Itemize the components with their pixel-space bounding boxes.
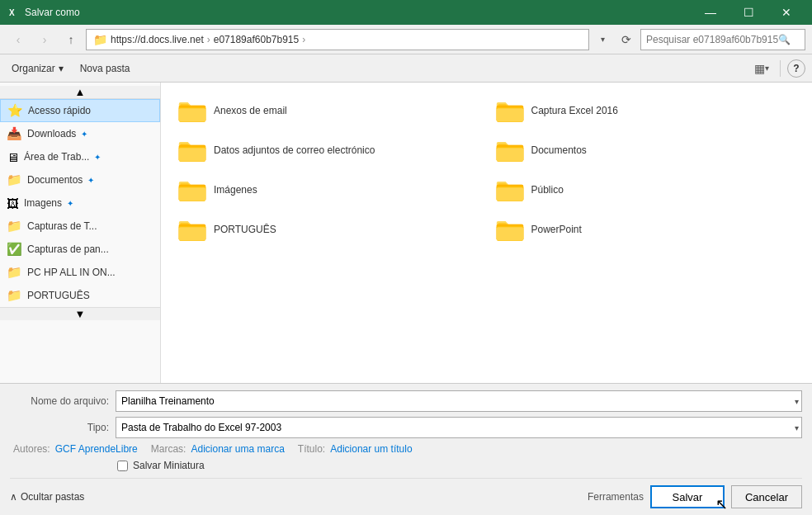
sidebar-item-downloads[interactable]: 📥 Downloads ✦ — [0, 122, 160, 145]
sidebar-icon-area-trabalho: 🖥 — [7, 150, 19, 164]
toolbar-separator — [780, 60, 781, 77]
hide-folders-icon: ∧ — [10, 491, 17, 503]
path-dropdown-button[interactable]: ▾ — [592, 29, 612, 50]
new-folder-label: Nova pasta — [80, 63, 130, 74]
organize-button[interactable]: Organizar ▾ — [7, 59, 68, 78]
folder-grid: Anexos de email Captura Excel 2016 Datos… — [168, 89, 805, 251]
folder-item-captura-excel[interactable]: Captura Excel 2016 — [489, 92, 803, 129]
sidebar-icon-capturas-t: 📁 — [7, 219, 22, 234]
authors-value[interactable]: GCF AprendeLibre — [55, 443, 138, 455]
address-path[interactable]: 📁 https://d.docs.live.net › e07189af60b7… — [86, 29, 589, 50]
new-folder-button[interactable]: Nova pasta — [75, 59, 135, 78]
folder-icon-powerpoint — [495, 216, 525, 243]
sidebar-item-area-trabalho[interactable]: 🖥 Área de Trab... ✦ — [0, 145, 160, 168]
authors-group: Autores: GCF AprendeLibre — [13, 443, 138, 455]
path-sep2: › — [302, 34, 305, 45]
folder-name-datos-adjuntos: Datos adjuntos de correo electrónico — [214, 144, 375, 156]
tags-placeholder[interactable]: Adicionar uma marca — [191, 443, 284, 455]
folder-item-portugues[interactable]: PORTUGUÊS — [171, 211, 485, 248]
thumbnail-label[interactable]: Salvar Miniatura — [133, 460, 205, 471]
sidebar-pin-imagens: ✦ — [67, 199, 73, 208]
refresh-button[interactable]: ⟳ — [616, 29, 637, 50]
filename-input[interactable] — [116, 390, 802, 412]
cancel-button[interactable]: Cancelar — [731, 485, 802, 508]
sidebar-icon-pc-hp: 📁 — [7, 265, 22, 280]
svg-text:X: X — [9, 8, 15, 17]
tools-label: Ferramentas — [588, 491, 644, 503]
title-bar: X Salvar como — ☐ ✕ — [0, 0, 812, 25]
search-icon: 🔍 — [778, 34, 791, 45]
meta-row: Autores: GCF AprendeLibre Marcas: Adicio… — [10, 443, 802, 455]
back-button[interactable]: ‹ — [7, 28, 30, 51]
folder-icon-captura-excel — [495, 97, 525, 124]
sidebar-item-capturas-t[interactable]: 📁 Capturas de T... — [0, 215, 160, 238]
filename-label: Nome do arquivo: — [10, 395, 109, 407]
folder-icon-documentos — [495, 137, 525, 163]
folder-item-anexos-email[interactable]: Anexos de email — [171, 92, 485, 129]
organize-arrow: ▾ — [59, 63, 64, 74]
organize-label: Organizar — [12, 63, 55, 74]
sidebar-item-capturas-pan[interactable]: ✅ Capturas de pan... — [0, 238, 160, 261]
address-bar: ‹ › ↑ 📁 https://d.docs.live.net › e07189… — [0, 25, 812, 54]
sidebar-label-pc-hp: PC HP ALL IN ON... — [27, 267, 116, 278]
action-row: ∧ Ocultar pastas Ferramentas Salvar ↖ Ca… — [10, 478, 802, 508]
folder-icon-anexos-email — [177, 97, 207, 124]
search-box[interactable]: 🔍 — [640, 29, 805, 50]
main-content: ▲ ⭐ Acesso rápido 📥 Downloads ✦ 🖥 Área d… — [0, 83, 812, 383]
search-input[interactable] — [646, 34, 778, 45]
folder-icon-portugues — [177, 216, 207, 243]
sidebar-scroll-down[interactable]: ▼ — [0, 307, 160, 320]
sidebar-icon-portugues: 📁 — [7, 288, 22, 303]
bottom-panel: Nome do arquivo: ▾ Tipo: ▾ Autores: GCF … — [0, 383, 812, 515]
folder-item-imagenes[interactable]: Imágenes — [171, 172, 485, 208]
folder-name-documentos: Documentos — [531, 144, 587, 156]
title-group: Título: Adicionar um título — [298, 443, 413, 455]
folder-name-portugues: PORTUGUÊS — [214, 224, 276, 235]
sidebar-icon-imagens: 🖼 — [7, 196, 19, 210]
folder-name-captura-excel: Captura Excel 2016 — [531, 105, 618, 116]
save-button[interactable]: Salvar ↖ — [650, 485, 725, 508]
filetype-row: Tipo: ▾ — [10, 417, 802, 438]
sidebar-scroll-up[interactable]: ▲ — [0, 86, 160, 99]
sidebar-item-imagens[interactable]: 🖼 Imagens ✦ — [0, 191, 160, 215]
save-label: Salvar — [673, 491, 703, 503]
sidebar-item-portugues[interactable]: 📁 PORTUGUÊS — [0, 284, 160, 307]
sidebar-item-acesso-rapido[interactable]: ⭐ Acesso rápido — [0, 99, 160, 122]
path-folder-icon: 📁 — [93, 33, 107, 46]
folder-item-datos-adjuntos[interactable]: Datos adjuntos de correo electrónico — [171, 132, 485, 168]
hide-folders-button[interactable]: ∧ Ocultar pastas — [10, 491, 84, 503]
sidebar-label-area-trabalho: Área de Trab... — [24, 151, 89, 163]
minimize-button[interactable]: — — [692, 0, 729, 25]
filetype-label: Tipo: — [10, 422, 109, 433]
help-button[interactable]: ? — [787, 59, 805, 78]
sidebar-icon-documentos: 📁 — [7, 172, 22, 187]
folder-item-documentos[interactable]: Documentos — [489, 132, 803, 168]
sidebar-icon-capturas-pan: ✅ — [7, 242, 22, 257]
filename-row: Nome do arquivo: ▾ — [10, 390, 802, 412]
folder-item-publico[interactable]: Público — [489, 172, 803, 208]
sidebar-label-acesso-rapido: Acesso rápido — [28, 105, 91, 116]
folder-name-publico: Público — [531, 184, 564, 196]
forward-button[interactable]: › — [33, 28, 56, 51]
maximize-button[interactable]: ☐ — [729, 0, 767, 25]
filetype-input[interactable] — [116, 417, 802, 438]
folder-item-powerpoint[interactable]: PowerPoint — [489, 211, 803, 248]
sidebar-item-pc-hp[interactable]: 📁 PC HP ALL IN ON... — [0, 261, 160, 284]
close-button[interactable]: ✕ — [767, 0, 805, 25]
app-icon: X — [7, 6, 20, 19]
thumbnail-checkbox[interactable] — [117, 461, 128, 471]
title-placeholder[interactable]: Adicionar um título — [330, 443, 412, 455]
sidebar-label-capturas-pan: Capturas de pan... — [27, 243, 109, 255]
view-button[interactable]: ▦ ▾ — [750, 57, 773, 80]
sidebar-label-documentos: Documentos — [27, 174, 83, 186]
up-button[interactable]: ↑ — [59, 28, 83, 51]
sidebar-pin-area-trabalho: ✦ — [94, 153, 101, 162]
sidebar-label-capturas-t: Capturas de T... — [27, 220, 97, 232]
sidebar-label-downloads: Downloads — [27, 128, 76, 139]
path-part2: e07189af60b7b915 — [214, 34, 299, 45]
folder-icon-datos-adjuntos — [177, 137, 207, 163]
folder-area: Anexos de email Captura Excel 2016 Datos… — [161, 83, 812, 383]
hide-folders-label: Ocultar pastas — [21, 491, 84, 503]
sidebar: ▲ ⭐ Acesso rápido 📥 Downloads ✦ 🖥 Área d… — [0, 83, 161, 383]
sidebar-item-documentos[interactable]: 📁 Documentos ✦ — [0, 168, 160, 191]
